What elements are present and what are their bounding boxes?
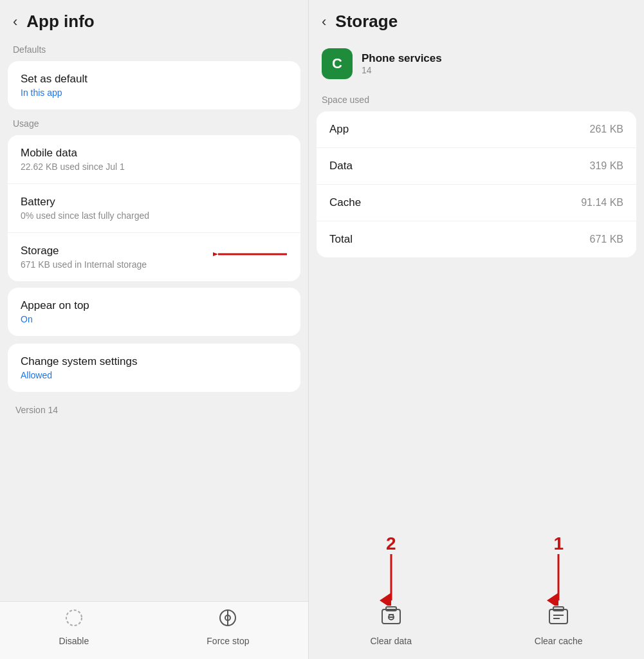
mobile-data-item[interactable]: Mobile data 22.62 KB used since Jul 1 xyxy=(8,135,300,184)
appear-on-top-title: Appear on top xyxy=(21,299,288,312)
app-storage-label: App xyxy=(329,123,349,136)
usage-card: Mobile data 22.62 KB used since Jul 1 Ba… xyxy=(8,135,300,281)
appear-on-top-subtitle: On xyxy=(21,314,288,324)
cache-storage-label: Cache xyxy=(329,196,361,209)
usage-section-label: Usage xyxy=(0,112,308,133)
cache-storage-value: 91.14 KB xyxy=(581,197,623,209)
set-as-default-subtitle: In this app xyxy=(21,88,288,98)
clear-cache-label: Clear cache xyxy=(535,636,583,646)
space-used-label: Space used xyxy=(309,88,644,109)
disable-label: Disable xyxy=(59,636,89,646)
left-panel: ‹ App info Defaults Set as default In th… xyxy=(0,0,309,659)
battery-subtitle: 0% used since last fully charged xyxy=(21,210,288,221)
back-arrow-icon[interactable]: ‹ xyxy=(13,14,17,30)
mobile-data-subtitle: 22.62 KB used since Jul 1 xyxy=(21,162,288,172)
appear-on-top-card: Appear on top On xyxy=(8,288,300,336)
app-storage-row: App 261 KB xyxy=(317,111,636,148)
app-icon: C xyxy=(322,48,353,79)
data-storage-label: Data xyxy=(329,160,353,172)
cache-storage-row: Cache 91.14 KB xyxy=(317,185,636,221)
clear-data-label: Clear data xyxy=(370,636,412,646)
action-area: 2 Clear xyxy=(309,556,644,659)
set-as-default-item[interactable]: Set as default In this app xyxy=(8,61,300,109)
bottom-bar: Disable Force stop xyxy=(0,601,308,659)
storage-details-card: App 261 KB Data 319 KB Cache 91.14 KB To… xyxy=(317,111,636,257)
clear-data-button[interactable]: 2 Clear xyxy=(370,604,412,646)
clear-data-number: 2 xyxy=(386,534,396,554)
svg-point-2 xyxy=(66,610,82,626)
version-label: Version 14 xyxy=(0,396,308,424)
total-storage-row: Total 671 KB xyxy=(317,221,636,257)
set-as-default-title: Set as default xyxy=(21,73,288,86)
force-stop-label: Force stop xyxy=(207,636,249,646)
app-name: Phone services xyxy=(362,52,442,65)
app-info-header: ‹ App info xyxy=(0,0,308,38)
clear-cache-button[interactable]: 1 Clear cache xyxy=(535,604,583,646)
clear-data-arrow-icon xyxy=(378,554,404,606)
right-panel: ‹ Storage C Phone services 14 Space used… xyxy=(309,0,644,659)
clear-cache-arrow-icon xyxy=(546,554,571,606)
force-stop-button[interactable]: Force stop xyxy=(207,608,249,646)
change-system-settings-item[interactable]: Change system settings Allowed xyxy=(8,344,300,392)
defaults-section-label: Defaults xyxy=(0,38,308,59)
change-system-settings-card: Change system settings Allowed xyxy=(8,344,300,392)
change-system-settings-subtitle: Allowed xyxy=(21,370,288,380)
app-details: Phone services 14 xyxy=(362,52,442,75)
svg-rect-15 xyxy=(549,609,567,624)
storage-item[interactable]: Storage 671 KB used in Internal storage xyxy=(8,233,300,281)
data-storage-value: 319 KB xyxy=(590,160,623,172)
disable-icon xyxy=(64,608,84,632)
storage-header: ‹ Storage xyxy=(309,0,644,38)
disable-button[interactable]: Disable xyxy=(59,608,89,646)
battery-item[interactable]: Battery 0% used since last fully charged xyxy=(8,184,300,233)
change-system-settings-title: Change system settings xyxy=(21,355,288,368)
battery-title: Battery xyxy=(21,196,288,209)
app-info-row: C Phone services 14 xyxy=(309,38,644,88)
storage-arrow-annotation xyxy=(213,245,290,264)
storage-back-arrow-icon[interactable]: ‹ xyxy=(322,14,326,30)
app-storage-value: 261 KB xyxy=(590,124,623,135)
total-storage-label: Total xyxy=(329,233,353,246)
defaults-card: Set as default In this app xyxy=(8,61,300,109)
total-storage-value: 671 KB xyxy=(590,234,623,245)
clear-data-icon xyxy=(380,604,403,632)
appear-on-top-item[interactable]: Appear on top On xyxy=(8,288,300,336)
page-title: App info xyxy=(26,12,94,32)
mobile-data-title: Mobile data xyxy=(21,147,288,160)
app-version: 14 xyxy=(362,65,442,75)
clear-cache-icon xyxy=(547,604,570,632)
storage-page-title: Storage xyxy=(335,12,398,32)
data-storage-row: Data 319 KB xyxy=(317,148,636,185)
force-stop-icon xyxy=(218,608,237,632)
clear-cache-number: 1 xyxy=(553,534,564,554)
